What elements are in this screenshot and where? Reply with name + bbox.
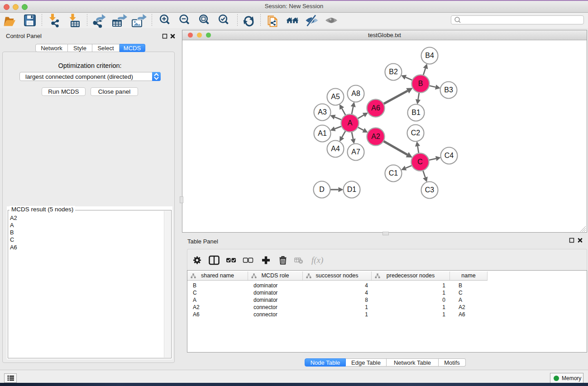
svg-text:f(x): f(x) <box>311 255 323 265</box>
svg-text:C2: C2 <box>411 129 421 137</box>
svg-text:A3: A3 <box>318 108 327 116</box>
svg-text:D1: D1 <box>347 186 357 193</box>
svg-text:A7: A7 <box>351 148 360 156</box>
svg-text:C1: C1 <box>389 169 398 177</box>
svg-text:A6: A6 <box>371 104 380 112</box>
svg-text:A4: A4 <box>331 145 340 152</box>
svg-text:A8: A8 <box>351 90 360 97</box>
svg-text:A2: A2 <box>371 133 380 140</box>
svg-text:D: D <box>319 186 325 193</box>
svg-text:B4: B4 <box>425 52 434 59</box>
svg-text:C4: C4 <box>445 152 454 159</box>
svg-text:B: B <box>418 80 423 87</box>
svg-text:A5: A5 <box>331 93 340 100</box>
svg-text:B3: B3 <box>444 86 453 94</box>
svg-text:C3: C3 <box>425 186 435 194</box>
svg-text:A: A <box>348 119 353 127</box>
svg-text:B1: B1 <box>411 109 421 116</box>
svg-text:C: C <box>417 158 423 166</box>
svg-text:A1: A1 <box>318 129 327 137</box>
svg-text:B2: B2 <box>389 68 398 76</box>
